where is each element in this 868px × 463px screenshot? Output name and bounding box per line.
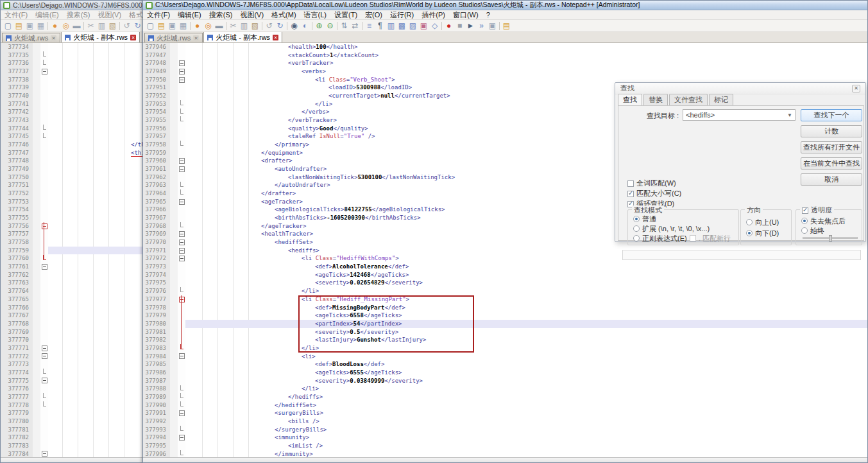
fold-collapse-icon[interactable]	[42, 353, 47, 359]
code-line[interactable]: 377989</hediffs>	[143, 393, 867, 401]
doc-map-icon[interactable]: ▨	[407, 21, 418, 31]
function-list-icon[interactable]: ▩	[396, 21, 407, 31]
code-line[interactable]: 377975<severity>0.02654829</severity>	[143, 279, 867, 287]
close-icon[interactable]: ✕	[852, 85, 860, 92]
find-dialog-tab-0[interactable]: 查找	[618, 94, 642, 106]
find-dialog-tab-2[interactable]: 文件查找	[669, 94, 708, 105]
paste-icon[interactable]: ▧	[250, 21, 260, 31]
find-option-checkbox-1[interactable]: 匹配大小写(C)	[627, 189, 681, 198]
code-line[interactable]: 377949<verbs>	[143, 67, 867, 76]
show-all-chars-icon[interactable]: ¶	[375, 21, 386, 31]
find-button-2[interactable]: 查找所有打开文件	[801, 141, 862, 153]
find-button-3[interactable]: 在当前文件中查找	[801, 157, 862, 170]
code-line[interactable]: 377976</li>	[143, 287, 867, 295]
fold-collapse-icon[interactable]	[179, 199, 185, 205]
code-line[interactable]: 377980<partIndex>54</partIndex>	[143, 320, 867, 328]
menu-item-9[interactable]: 插件(P)	[418, 10, 449, 20]
record-macro-icon[interactable]: ●	[443, 21, 454, 31]
code-line[interactable]: 377990</hediffSet>	[143, 401, 867, 410]
code-line[interactable]: 377987<severity>0.03849999</severity>	[143, 377, 867, 385]
fold-collapse-icon[interactable]	[42, 451, 47, 457]
radio-option[interactable]: 扩展 (\n, \r, \t, \0, \x...)	[633, 225, 710, 232]
find-dialog-tab-3[interactable]: 标记	[709, 94, 733, 105]
sync-horizontal-icon[interactable]: ⇄	[350, 21, 361, 31]
fold-collapse-icon[interactable]	[42, 264, 47, 270]
code-line[interactable]: 377988</li>	[143, 385, 867, 393]
close-icon[interactable]: ●	[49, 21, 60, 31]
menu-item-6[interactable]: 设置(T)	[330, 10, 361, 20]
menu-item-3[interactable]: 视图(V)	[94, 10, 125, 20]
code-line[interactable]: 377948<verbTracker>	[143, 59, 867, 67]
fold-collapse-icon[interactable]	[179, 60, 185, 66]
code-line[interactable]: 377977<li Class="Hediff_MissingPart">	[143, 295, 867, 304]
play-macro-icon[interactable]: ►	[465, 21, 476, 31]
code-line[interactable]: 377996</immunity>	[143, 450, 867, 457]
fold-collapse-icon[interactable]	[179, 248, 185, 254]
radio-icon[interactable]	[801, 227, 808, 234]
menu-item-8[interactable]: 运行(R)	[386, 10, 418, 20]
save-macro-icon[interactable]: ▣	[487, 21, 498, 31]
fold-collapse-icon[interactable]	[42, 69, 47, 74]
tab-huojucheng[interactable]: 火炬城.rws✕	[2, 33, 60, 42]
radio-icon[interactable]	[746, 230, 753, 236]
undo-icon[interactable]: ↺	[121, 21, 132, 31]
code-line[interactable]: 377993</surgeryBills>	[143, 426, 867, 434]
menu-item-1[interactable]: 编辑(E)	[31, 10, 63, 20]
code-line[interactable]: 377994<immunity>	[143, 433, 867, 442]
code-line[interactable]: 377973<def>AlcoholTolerance</def>	[143, 263, 867, 271]
find-button-1[interactable]: 计数	[801, 125, 862, 137]
copy-icon[interactable]: ▥	[239, 21, 250, 31]
find-button-0[interactable]: 查找下一个	[801, 109, 862, 121]
fold-collapse-icon[interactable]	[179, 256, 185, 261]
code-line[interactable]: 377947<stackCount>1</stackCount>	[143, 51, 867, 60]
zoom-in-icon[interactable]: ⊕	[314, 21, 325, 31]
menu-item-10[interactable]: 窗口(W)	[449, 10, 482, 20]
code-line[interactable]: 377978<def>MissingBodyPart</def>	[143, 304, 867, 312]
dot-matches-newline-checkbox[interactable]: . 匹配新行	[690, 234, 731, 242]
find-option-checkbox-0[interactable]: 全词匹配(W)	[627, 179, 676, 188]
close-icon[interactable]: ●	[192, 21, 203, 31]
radio-icon[interactable]	[633, 225, 640, 232]
new-file-icon[interactable]: ▢	[3, 21, 13, 31]
print-icon[interactable]: ▬	[71, 21, 82, 31]
transparency-slider[interactable]	[803, 237, 858, 239]
fold-collapse-icon[interactable]	[179, 353, 185, 359]
menu-item-2[interactable]: 搜索(S)	[63, 10, 94, 20]
fold-collapse-icon[interactable]	[42, 223, 47, 229]
fold-collapse-icon[interactable]	[42, 345, 47, 351]
titlebar-front[interactable]: C:\Users\Dejago.WINDOWS-7JM6F8S.000\AppD…	[143, 1, 867, 10]
paste-icon[interactable]: ▧	[107, 21, 118, 31]
code-line[interactable]: 377995<imList />	[143, 442, 867, 450]
fold-collapse-icon[interactable]	[179, 166, 185, 172]
code-line[interactable]: 377979<ageTicks>6558</ageTicks>	[143, 311, 867, 320]
fold-collapse-icon[interactable]	[179, 435, 185, 441]
code-line[interactable]: 377991<surgeryBills>	[143, 409, 867, 417]
radio-icon[interactable]	[633, 235, 640, 241]
cut-icon[interactable]: ✂	[228, 21, 239, 31]
menu-item-2[interactable]: 搜索(S)	[205, 10, 237, 20]
horizontal-scrollbar-front[interactable]	[143, 457, 867, 462]
close-icon[interactable]: ✕	[130, 35, 136, 40]
code-line[interactable]: 377985<def>BloodLoss</def>	[143, 360, 867, 369]
undo-icon[interactable]: ↺	[264, 21, 275, 31]
find-dialog-tab-1[interactable]: 替换	[643, 94, 668, 105]
find-dialog-titlebar[interactable]: 查找 ✕	[615, 83, 865, 94]
chevron-down-icon[interactable]: ▼	[787, 112, 792, 118]
radio-icon[interactable]	[746, 219, 753, 225]
tab-huojucheng-copy[interactable]: 火炬城 - 副本.rws✕	[61, 32, 140, 42]
open-file-icon[interactable]: ▤	[13, 21, 24, 31]
fold-collapse-icon[interactable]	[179, 69, 185, 74]
tab-huojucheng[interactable]: 火炬城.rws✕	[144, 33, 203, 42]
fold-collapse-icon[interactable]	[42, 378, 47, 383]
checkbox-icon[interactable]	[627, 180, 634, 187]
fold-collapse-icon[interactable]	[179, 77, 185, 83]
close-icon[interactable]: ✕	[273, 35, 278, 40]
print-icon[interactable]: ▬	[214, 21, 225, 31]
menu-item-11[interactable]: ?	[482, 10, 494, 20]
checkbox-icon[interactable]	[627, 191, 634, 197]
menu-item-0[interactable]: 文件(F)	[1, 10, 31, 20]
fold-collapse-icon[interactable]	[179, 231, 185, 237]
close-all-icon[interactable]: ◎	[203, 21, 214, 31]
run-macro-multi-icon[interactable]: »	[476, 21, 487, 31]
save-icon[interactable]: ▣	[24, 21, 35, 31]
